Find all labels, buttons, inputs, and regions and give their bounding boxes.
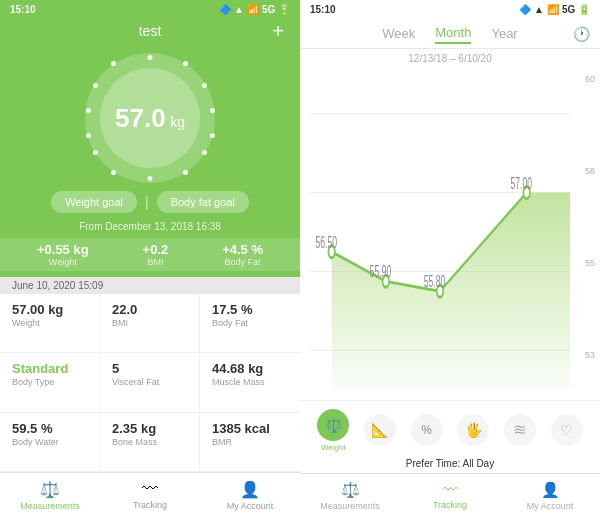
status-icons-left: 🔷 ▲ 📶 5G 🔋 [219, 4, 290, 15]
add-button[interactable]: + [272, 20, 284, 43]
weight-circle-outer: 57.0 kg [85, 53, 215, 183]
weight-goal-button[interactable]: Weight goal [51, 191, 137, 213]
icon-bar: ⚖️ Weight 📐 % 🖐 ≋ ♡ [300, 400, 600, 456]
icon-bmi[interactable]: 📐 [364, 414, 396, 448]
stat-weight-value: +0.55 kg [37, 242, 89, 257]
battery-icon-right: 5G 🔋 [562, 4, 590, 15]
left-nav-measurements[interactable]: ⚖️ Measurements [0, 477, 100, 514]
metric-bmr: 1385 kcal BMR [200, 413, 300, 472]
y-label-60: 60 [585, 74, 595, 84]
metric-bmr-value: 1385 kcal [212, 421, 288, 436]
tab-month[interactable]: Month [435, 23, 471, 44]
icon-wave[interactable]: ≋ [504, 414, 536, 448]
goal-divider: | [145, 194, 149, 210]
account-label-right: My Account [527, 501, 574, 511]
metric-bodywater-label: Body Water [12, 437, 87, 447]
measurements-icon: ⚖️ [40, 480, 60, 499]
metric-bmi-label: BMI [112, 318, 187, 328]
clock-icon[interactable]: 🕐 [573, 26, 590, 42]
weight-icon-circle: ⚖️ [317, 409, 349, 441]
prefer-time: Prefer Time: All Day [300, 456, 600, 473]
time-left: 15:10 [10, 4, 36, 15]
metric-bodywater: 59.5 % Body Water [0, 413, 100, 472]
icon-heart[interactable]: ♡ [551, 414, 583, 448]
right-nav-tracking[interactable]: 〰 Tracking [400, 478, 500, 514]
stats-row: +0.55 kg Weight +0.2 BMI +4.5 % Body Fat [0, 238, 300, 271]
left-nav-account[interactable]: 👤 My Account [200, 477, 300, 514]
metric-muscle-label: Muscle Mass [212, 377, 288, 387]
icon-percent[interactable]: % [411, 414, 443, 448]
metric-bodyfat: 17.5 % Body Fat [200, 294, 300, 353]
date-range: 12/13/18 – 6/10/20 [300, 49, 600, 64]
chart-y-labels: 60 58 55 53 [585, 74, 595, 360]
right-bottom-nav: ⚖️ Measurements 〰 Tracking 👤 My Account [300, 473, 600, 518]
metric-bodywater-value: 59.5 % [12, 421, 87, 436]
svg-text:55.90: 55.90 [370, 263, 392, 282]
app-title: test [139, 23, 162, 39]
wifi-icon-right: ▲ [534, 4, 544, 15]
stat-bmi-label: BMI [143, 257, 169, 267]
account-label-left: My Account [227, 501, 274, 511]
signal-icon-right: 📶 [547, 4, 559, 15]
from-date: From December 13, 2018 16:38 [0, 221, 300, 238]
metric-visceral: 5 Visceral Fat [100, 353, 200, 412]
metric-muscle-value: 44.68 kg [212, 361, 288, 376]
tracking-label-right: Tracking [433, 500, 467, 510]
bluetooth-icon-right: 🔷 [519, 4, 531, 15]
prefer-time-value: All Day [463, 458, 495, 469]
icon-body[interactable]: 🖐 [457, 414, 489, 448]
metric-weight: 57.00 kg Weight [0, 294, 100, 353]
body-fat-goal-button[interactable]: Body fat goal [157, 191, 249, 213]
y-label-58: 58 [585, 166, 595, 176]
y-label-55: 55 [585, 258, 595, 268]
weight-chart: 56.50 55.90 55.80 57.00 [310, 74, 570, 390]
metric-visceral-label: Visceral Fat [112, 377, 187, 387]
icon-weight[interactable]: ⚖️ Weight [317, 409, 349, 452]
metric-bodytype-value: Standard [12, 361, 87, 376]
measurements-icon-right: ⚖️ [341, 481, 360, 499]
stat-bodyfat-value: +4.5 % [222, 242, 263, 257]
metric-bonemass-label: Bone Mass [112, 437, 187, 447]
metric-bodyfat-value: 17.5 % [212, 302, 288, 317]
left-bottom-nav: ⚖️ Measurements 〰 Tracking 👤 My Account [0, 472, 300, 518]
percent-icon-circle: % [411, 414, 443, 446]
weight-circle-container: 57.0 kg [0, 43, 300, 191]
weight-unit: kg [170, 114, 185, 130]
right-status-icons: 🔷 ▲ 📶 5G 🔋 [519, 4, 590, 15]
left-status-bar: 15:10 🔷 ▲ 📶 5G 🔋 [0, 0, 300, 19]
status-time-left: 15:10 [10, 4, 36, 15]
right-panel: 15:10 🔷 ▲ 📶 5G 🔋 Week Month Year 🕐 12/13… [300, 0, 600, 518]
right-nav-measurements[interactable]: ⚖️ Measurements [300, 478, 400, 514]
tab-week[interactable]: Week [382, 24, 415, 43]
goal-buttons: Weight goal | Body fat goal [0, 191, 300, 221]
stat-bodyfat-label: Body Fat [222, 257, 263, 267]
left-nav-tracking[interactable]: 〰 Tracking [100, 477, 200, 514]
stat-bodyfat: +4.5 % Body Fat [222, 242, 263, 267]
right-tabs: Week Month Year 🕐 [300, 19, 600, 49]
stat-bmi: +0.2 BMI [143, 242, 169, 267]
weight-circle-inner: 57.0 kg [100, 68, 200, 168]
account-icon-left: 👤 [240, 480, 260, 499]
bluetooth-icon: 🔷 [219, 4, 231, 15]
metric-bmi: 22.0 BMI [100, 294, 200, 353]
right-status-bar: 15:10 🔷 ▲ 📶 5G 🔋 [300, 0, 600, 19]
right-nav-account[interactable]: 👤 My Account [500, 478, 600, 514]
y-label-53: 53 [585, 350, 595, 360]
signal-icon: 📶 [247, 4, 259, 15]
metric-bodyfat-label: Body Fat [212, 318, 288, 328]
metric-visceral-value: 5 [112, 361, 187, 376]
tracking-icon-left: 〰 [142, 480, 158, 498]
metric-muscle: 44.68 kg Muscle Mass [200, 353, 300, 412]
stat-bmi-value: +0.2 [143, 242, 169, 257]
metrics-grid: 57.00 kg Weight 22.0 BMI 17.5 % Body Fat… [0, 294, 300, 472]
tab-year[interactable]: Year [491, 24, 517, 43]
time-right: 15:10 [310, 4, 336, 15]
weight-display: 57.0 kg [115, 103, 185, 134]
heart-icon-circle: ♡ [551, 414, 583, 446]
prefer-time-prefix: Prefer Time: [406, 458, 463, 469]
wave-icon-circle: ≋ [504, 414, 536, 446]
metric-bodytype: Standard Body Type [0, 353, 100, 412]
battery-icon: 5G 🔋 [262, 4, 290, 15]
metric-bodytype-label: Body Type [12, 377, 87, 387]
measurements-label: Measurements [20, 501, 80, 511]
